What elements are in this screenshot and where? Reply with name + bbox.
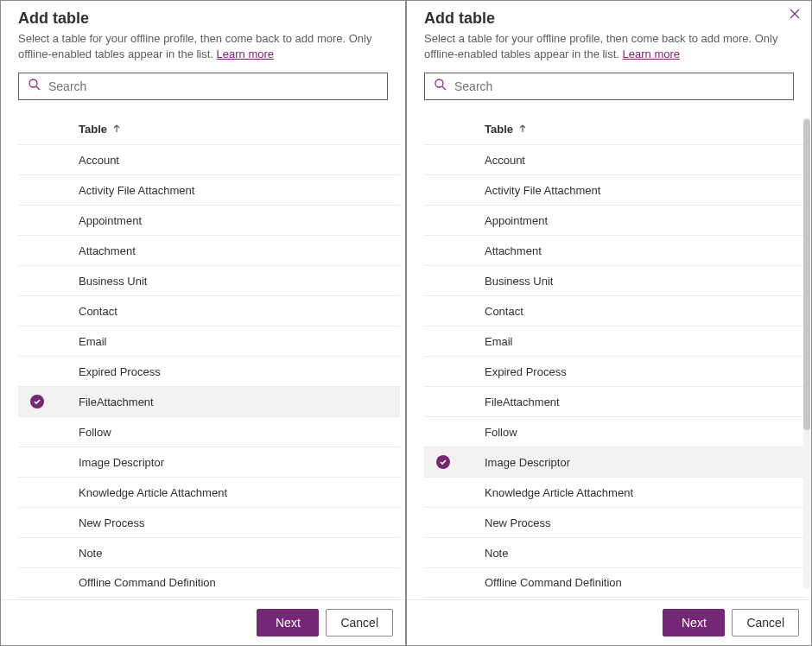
column-header-label: Table [485, 123, 513, 136]
table-list: Table Account Activity File Attachment A… [407, 107, 811, 599]
table-row-label: FileAttachment [79, 396, 154, 408]
panel-title: Add table [18, 10, 388, 28]
table-row-label: Note [485, 547, 508, 560]
table-row[interactable]: Contact [18, 295, 400, 326]
svg-point-0 [29, 79, 37, 87]
panel-footer: Next Cancel [407, 599, 811, 645]
cancel-button[interactable]: Cancel [326, 609, 393, 636]
table-row[interactable]: FileAttachment [18, 386, 400, 416]
table-row[interactable]: Appointment [18, 205, 400, 235]
table-row-label: Follow [485, 426, 517, 439]
table-row-label: Expired Process [485, 365, 567, 378]
table-row[interactable]: Activity File Attachment [424, 174, 806, 205]
search-wrap [407, 67, 811, 107]
sort-asc-icon [518, 123, 527, 136]
scrollbar-thumb[interactable] [803, 119, 810, 430]
learn-more-link[interactable]: Learn more [217, 48, 274, 60]
table-row-label: Attachment [485, 244, 542, 257]
table-list: Table Account Activity File Attachment A… [1, 107, 405, 599]
checkmark-icon [30, 395, 44, 408]
table-row-label: Offline Command Definition [485, 576, 622, 589]
table-row[interactable]: Account [18, 144, 400, 174]
column-header-label: Table [79, 123, 107, 136]
next-button[interactable]: Next [663, 609, 725, 636]
scrollbar[interactable] [802, 107, 811, 599]
table-row-label: Appointment [485, 214, 548, 227]
table-row-label: FileAttachment [485, 396, 560, 408]
table-row-label: Contact [79, 305, 117, 318]
panel-header: Add table Select a table for your offlin… [407, 1, 811, 67]
table-row[interactable]: Contact [424, 295, 806, 326]
table-row[interactable]: Image Descriptor [18, 446, 400, 477]
svg-point-4 [435, 79, 443, 87]
table-row-label: Appointment [79, 214, 142, 227]
panel-header: Add table Select a table for your offlin… [1, 1, 405, 67]
table-row[interactable]: Expired Process [18, 356, 400, 386]
table-row[interactable]: Note [424, 537, 806, 567]
close-icon[interactable] [789, 8, 802, 22]
table-row[interactable]: Offline Command Definition [424, 567, 806, 598]
panel-title: Add table [424, 10, 794, 28]
table-row[interactable]: Knowledge Article Attachment [424, 477, 806, 507]
svg-line-1 [36, 87, 40, 91]
description-text: Select a table for your offline profile,… [424, 32, 777, 60]
search-box[interactable] [424, 73, 794, 100]
add-table-panel-left: Add table Select a table for your offlin… [0, 0, 406, 646]
table-row[interactable]: Business Unit [18, 265, 400, 295]
table-row[interactable]: Follow [18, 416, 400, 446]
cancel-button[interactable]: Cancel [732, 609, 799, 636]
table-row[interactable]: Attachment [18, 235, 400, 265]
row-check-slot [30, 395, 79, 408]
table-row-label: Attachment [79, 244, 136, 257]
table-row-label: Note [79, 547, 102, 560]
column-header[interactable]: Table [18, 107, 400, 144]
sort-asc-icon [112, 123, 121, 136]
svg-line-5 [442, 87, 446, 91]
table-row-label: Business Unit [79, 275, 147, 288]
search-input[interactable] [454, 79, 784, 93]
table-row[interactable]: Business Unit [424, 265, 806, 295]
table-row[interactable]: Follow [424, 416, 806, 446]
table-row-label: Email [485, 335, 513, 348]
table-row[interactable]: New Process [18, 507, 400, 537]
checkmark-icon [436, 455, 450, 469]
table-row[interactable]: Attachment [424, 235, 806, 265]
table-row[interactable]: Email [18, 326, 400, 356]
column-header[interactable]: Table [424, 107, 806, 144]
table-row-label: Contact [485, 305, 523, 318]
table-row-label: Follow [79, 426, 111, 439]
table-row[interactable]: Appointment [424, 205, 806, 235]
search-wrap [1, 67, 405, 107]
search-box[interactable] [18, 73, 388, 100]
panel-description: Select a table for your offline profile,… [18, 31, 388, 62]
panel-footer: Next Cancel [1, 599, 405, 645]
table-row-label: Business Unit [485, 275, 553, 288]
table-row-label: Offline Command Definition [79, 576, 216, 589]
table-row-label: Account [485, 154, 525, 167]
table-row-label: Knowledge Article Attachment [79, 486, 227, 499]
table-row[interactable]: Expired Process [424, 356, 806, 386]
table-row-label: Knowledge Article Attachment [485, 486, 633, 499]
table-row-label: Image Descriptor [79, 456, 164, 469]
search-icon [28, 78, 41, 95]
table-row-label: Account [79, 154, 119, 167]
table-row[interactable]: New Process [424, 507, 806, 537]
table-row-label: Email [79, 335, 107, 348]
table-row[interactable]: Account [424, 144, 806, 174]
learn-more-link[interactable]: Learn more [623, 48, 680, 60]
add-table-panel-right: Add table Select a table for your offlin… [406, 0, 812, 646]
table-row[interactable]: FileAttachment [424, 386, 806, 416]
next-button[interactable]: Next [257, 609, 319, 636]
table-row[interactable]: Activity File Attachment [18, 174, 400, 205]
table-row-label: Image Descriptor [485, 456, 570, 469]
table-row-label: Activity File Attachment [485, 184, 600, 197]
table-row-label: New Process [79, 516, 145, 529]
table-row[interactable]: Note [18, 537, 400, 567]
search-input[interactable] [48, 79, 378, 93]
table-row[interactable]: Email [424, 326, 806, 356]
table-row[interactable]: Knowledge Article Attachment [18, 477, 400, 507]
row-check-slot [436, 455, 485, 469]
table-row[interactable]: Offline Command Definition [18, 567, 400, 598]
table-row-label: Expired Process [79, 365, 161, 378]
table-row[interactable]: Image Descriptor [424, 446, 806, 477]
